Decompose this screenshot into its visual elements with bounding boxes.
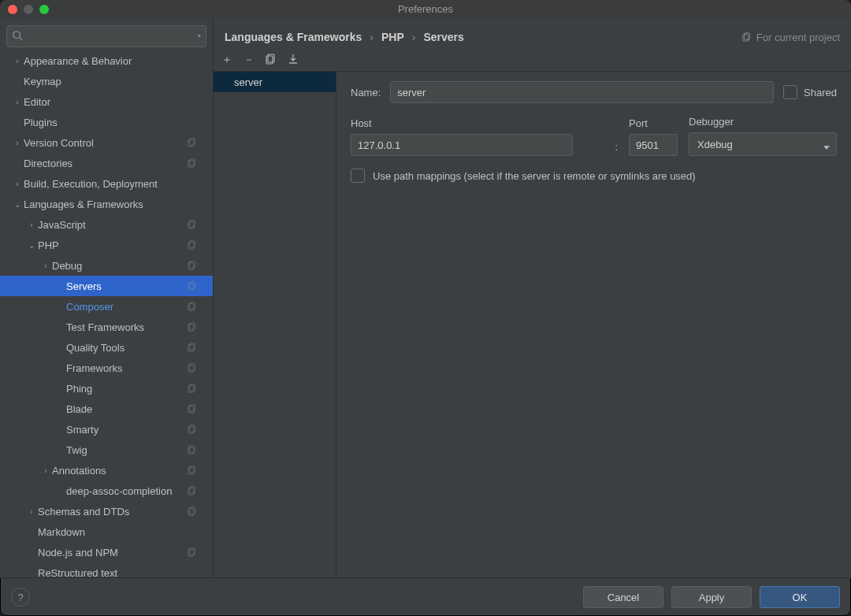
name-label: Name: xyxy=(351,87,381,98)
tree-label: Schemas and DTDs xyxy=(38,506,188,518)
server-list: server xyxy=(214,72,336,577)
checkbox-icon[interactable] xyxy=(351,169,365,183)
breadcrumb: Languages & Frameworks › PHP › Servers F… xyxy=(214,19,851,49)
tree-item[interactable]: Smarty xyxy=(0,419,213,440)
tree-label: Node.js and NPM xyxy=(38,547,188,558)
tree-arrow-icon: ⌄ xyxy=(11,200,24,209)
svg-rect-10 xyxy=(190,262,195,269)
tree-item[interactable]: Plugins xyxy=(0,112,213,132)
window-controls xyxy=(8,5,49,14)
svg-rect-23 xyxy=(188,386,194,393)
tree-arrow-icon: › xyxy=(25,221,38,229)
svg-rect-21 xyxy=(188,366,194,373)
tree-item[interactable]: Phing xyxy=(0,378,213,399)
svg-rect-27 xyxy=(188,427,194,434)
help-button[interactable]: ? xyxy=(11,588,30,607)
tree-arrow-icon: › xyxy=(11,57,24,65)
server-list-item[interactable]: server xyxy=(214,72,336,92)
tree-item[interactable]: ›Debug xyxy=(0,255,213,276)
tree-item[interactable]: ›Annotations xyxy=(0,460,213,481)
svg-rect-13 xyxy=(188,284,194,291)
tree-item[interactable]: ⌄PHP xyxy=(0,235,213,255)
breadcrumb-part[interactable]: Languages & Frameworks xyxy=(225,31,362,43)
tree-item[interactable]: Markdown xyxy=(0,521,213,542)
host-port-separator: : xyxy=(615,141,618,156)
svg-rect-36 xyxy=(190,548,195,555)
import-icon[interactable] xyxy=(288,54,299,67)
tree-item[interactable]: Keymap xyxy=(0,71,213,91)
svg-rect-32 xyxy=(190,487,195,494)
svg-rect-17 xyxy=(188,325,194,332)
copy-icon[interactable] xyxy=(266,54,277,67)
tree-item[interactable]: Directories xyxy=(0,153,213,173)
svg-rect-22 xyxy=(190,384,195,391)
checkbox-icon[interactable] xyxy=(783,85,797,99)
tree-item[interactable]: Frameworks xyxy=(0,358,213,378)
tree-arrow-icon: › xyxy=(39,466,52,475)
breadcrumb-part[interactable]: PHP xyxy=(381,31,404,43)
svg-rect-14 xyxy=(190,302,195,310)
close-icon[interactable] xyxy=(8,5,17,14)
svg-rect-26 xyxy=(190,425,195,432)
tree-item[interactable]: ⌄Languages & Frameworks xyxy=(0,194,213,214)
titlebar: Preferences xyxy=(0,0,851,19)
svg-rect-9 xyxy=(188,243,194,250)
debugger-label: Debugger xyxy=(689,116,837,128)
minimize-icon[interactable] xyxy=(24,5,33,14)
tree-item[interactable]: ›Editor xyxy=(0,91,213,112)
tree-label: Composer xyxy=(66,301,188,313)
apply-button[interactable]: Apply xyxy=(671,586,752,608)
tree-item[interactable]: Blade xyxy=(0,399,213,419)
chevron-right-icon: › xyxy=(412,31,416,43)
breadcrumb-part: Servers xyxy=(423,31,463,43)
tree-label: Blade xyxy=(66,403,188,415)
shared-checkbox[interactable]: Shared xyxy=(783,85,837,99)
tree-item[interactable]: ReStructured text xyxy=(0,562,213,577)
cancel-button[interactable]: Cancel xyxy=(583,586,663,608)
tree-item[interactable]: deep-assoc-completion xyxy=(0,481,213,501)
tree-label: ReStructured text xyxy=(38,567,186,578)
tree-label: Quality Tools xyxy=(66,342,188,354)
server-toolbar: ＋ － xyxy=(214,49,851,72)
svg-rect-34 xyxy=(190,507,195,514)
chevron-right-icon: › xyxy=(370,31,373,43)
svg-rect-28 xyxy=(190,446,195,453)
search-icon xyxy=(12,30,23,41)
tree-label: Keymap xyxy=(24,76,186,87)
svg-rect-20 xyxy=(190,364,195,371)
content-pane: Languages & Frameworks › PHP › Servers F… xyxy=(214,19,851,577)
tree-label: Twig xyxy=(66,444,188,456)
copy-icon xyxy=(742,32,752,42)
svg-line-1 xyxy=(20,38,23,41)
tree-item[interactable]: Composer xyxy=(0,296,213,317)
tree-item[interactable]: ›Appearance & Behavior xyxy=(0,50,213,71)
port-input[interactable] xyxy=(629,134,678,156)
ok-button[interactable]: OK xyxy=(760,586,840,608)
settings-tree[interactable]: ›Appearance & BehaviorKeymap›EditorPlugi… xyxy=(0,50,213,577)
tree-item[interactable]: Node.js and NPM xyxy=(0,542,213,562)
tree-label: Smarty xyxy=(66,424,188,436)
debugger-select[interactable]: Xdebug xyxy=(689,132,837,156)
tree-item[interactable]: ›Version Control xyxy=(0,132,213,153)
remove-icon[interactable]: － xyxy=(243,53,255,67)
chevron-down-icon xyxy=(823,141,830,153)
svg-rect-16 xyxy=(190,323,195,330)
name-input[interactable] xyxy=(390,81,774,103)
tree-item[interactable]: Twig xyxy=(0,440,213,460)
tree-item[interactable]: ›Build, Execution, Deployment xyxy=(0,173,213,194)
svg-rect-8 xyxy=(190,241,195,248)
svg-rect-39 xyxy=(743,35,749,42)
search-input[interactable]: ▾ xyxy=(6,25,206,47)
tree-item[interactable]: Quality Tools xyxy=(0,337,213,358)
add-icon[interactable]: ＋ xyxy=(221,53,232,67)
maximize-icon[interactable] xyxy=(39,5,49,14)
tree-item[interactable]: Test Frameworks xyxy=(0,317,213,337)
path-mappings-checkbox[interactable]: Use path mappings (select if the server … xyxy=(351,169,837,183)
tree-item[interactable]: ›JavaScript xyxy=(0,214,213,235)
svg-rect-12 xyxy=(190,282,195,289)
svg-rect-18 xyxy=(190,343,195,351)
svg-rect-35 xyxy=(188,509,194,516)
host-input[interactable] xyxy=(351,134,573,156)
tree-item[interactable]: ›Schemas and DTDs xyxy=(0,501,213,521)
tree-item[interactable]: Servers xyxy=(0,276,213,296)
